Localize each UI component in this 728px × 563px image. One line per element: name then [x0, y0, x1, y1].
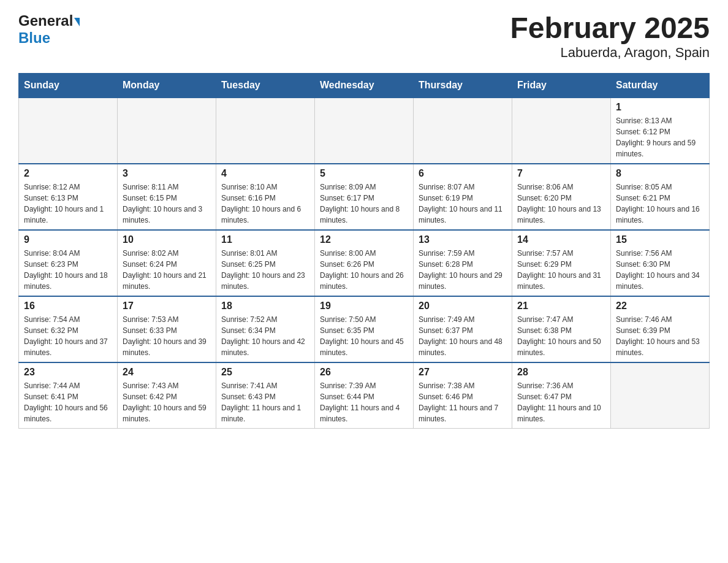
- title-block: February 2025 Labuerda, Aragon, Spain: [510, 12, 710, 61]
- day-number: 14: [517, 234, 605, 245]
- day-number: 24: [123, 367, 211, 378]
- calendar-day-cell: 21Sunrise: 7:47 AM Sunset: 6:38 PM Dayli…: [512, 296, 611, 362]
- calendar-header-row: SundayMondayTuesdayWednesdayThursdayFrid…: [19, 73, 710, 98]
- day-info: Sunrise: 8:11 AM Sunset: 6:15 PM Dayligh…: [123, 182, 211, 226]
- calendar-week-row: 9Sunrise: 8:04 AM Sunset: 6:23 PM Daylig…: [19, 230, 710, 296]
- calendar-day-cell: 6Sunrise: 8:07 AM Sunset: 6:19 PM Daylig…: [414, 164, 512, 230]
- day-info: Sunrise: 7:36 AM Sunset: 6:47 PM Dayligh…: [517, 380, 605, 424]
- day-info: Sunrise: 8:02 AM Sunset: 6:24 PM Dayligh…: [123, 248, 211, 292]
- day-of-week-header: Wednesday: [315, 73, 414, 98]
- calendar-day-cell: [118, 98, 216, 164]
- day-number: 18: [221, 301, 309, 312]
- calendar-day-cell: 27Sunrise: 7:38 AM Sunset: 6:46 PM Dayli…: [414, 362, 512, 429]
- logo: General Blue: [18, 12, 80, 46]
- day-of-week-header: Monday: [118, 73, 216, 98]
- day-number: 4: [221, 168, 309, 179]
- calendar-day-cell: 18Sunrise: 7:52 AM Sunset: 6:34 PM Dayli…: [216, 296, 315, 362]
- calendar-week-row: 1Sunrise: 8:13 AM Sunset: 6:12 PM Daylig…: [19, 98, 710, 164]
- calendar-day-cell: 3Sunrise: 8:11 AM Sunset: 6:15 PM Daylig…: [118, 164, 216, 230]
- page-header: General Blue February 2025 Labuerda, Ara…: [18, 12, 710, 61]
- day-number: 15: [616, 234, 704, 245]
- day-number: 1: [616, 102, 704, 113]
- calendar-day-cell: 23Sunrise: 7:44 AM Sunset: 6:41 PM Dayli…: [19, 362, 118, 429]
- day-info: Sunrise: 8:00 AM Sunset: 6:26 PM Dayligh…: [320, 248, 408, 292]
- calendar-day-cell: 17Sunrise: 7:53 AM Sunset: 6:33 PM Dayli…: [118, 296, 216, 362]
- calendar-day-cell: 1Sunrise: 8:13 AM Sunset: 6:12 PM Daylig…: [611, 98, 710, 164]
- day-info: Sunrise: 8:04 AM Sunset: 6:23 PM Dayligh…: [24, 248, 112, 292]
- day-info: Sunrise: 7:47 AM Sunset: 6:38 PM Dayligh…: [517, 314, 605, 358]
- calendar-day-cell: 19Sunrise: 7:50 AM Sunset: 6:35 PM Dayli…: [315, 296, 414, 362]
- day-number: 11: [221, 234, 309, 245]
- day-number: 16: [24, 301, 112, 312]
- day-number: 22: [616, 301, 704, 312]
- calendar-day-cell: 2Sunrise: 8:12 AM Sunset: 6:13 PM Daylig…: [19, 164, 118, 230]
- calendar-day-cell: 7Sunrise: 8:06 AM Sunset: 6:20 PM Daylig…: [512, 164, 611, 230]
- day-number: 2: [24, 168, 112, 179]
- calendar-day-cell: 15Sunrise: 7:56 AM Sunset: 6:30 PM Dayli…: [611, 230, 710, 296]
- day-number: 10: [123, 234, 211, 245]
- calendar-day-cell: 10Sunrise: 8:02 AM Sunset: 6:24 PM Dayli…: [118, 230, 216, 296]
- day-number: 28: [517, 367, 605, 378]
- calendar-day-cell: 24Sunrise: 7:43 AM Sunset: 6:42 PM Dayli…: [118, 362, 216, 429]
- day-number: 6: [419, 168, 507, 179]
- day-info: Sunrise: 8:01 AM Sunset: 6:25 PM Dayligh…: [221, 248, 309, 292]
- logo-general: General: [18, 12, 80, 29]
- calendar-day-cell: 28Sunrise: 7:36 AM Sunset: 6:47 PM Dayli…: [512, 362, 611, 429]
- day-info: Sunrise: 7:50 AM Sunset: 6:35 PM Dayligh…: [320, 314, 408, 358]
- logo-blue: Blue: [18, 29, 80, 47]
- day-info: Sunrise: 7:43 AM Sunset: 6:42 PM Dayligh…: [123, 380, 211, 424]
- day-number: 21: [517, 301, 605, 312]
- calendar-day-cell: 11Sunrise: 8:01 AM Sunset: 6:25 PM Dayli…: [216, 230, 315, 296]
- calendar-day-cell: 16Sunrise: 7:54 AM Sunset: 6:32 PM Dayli…: [19, 296, 118, 362]
- logo-arrow-icon: [74, 18, 80, 26]
- calendar-day-cell: 25Sunrise: 7:41 AM Sunset: 6:43 PM Dayli…: [216, 362, 315, 429]
- day-info: Sunrise: 8:06 AM Sunset: 6:20 PM Dayligh…: [517, 182, 605, 226]
- day-info: Sunrise: 7:39 AM Sunset: 6:44 PM Dayligh…: [320, 380, 408, 424]
- calendar-day-cell: 14Sunrise: 7:57 AM Sunset: 6:29 PM Dayli…: [512, 230, 611, 296]
- day-info: Sunrise: 7:53 AM Sunset: 6:33 PM Dayligh…: [123, 314, 211, 358]
- day-info: Sunrise: 7:52 AM Sunset: 6:34 PM Dayligh…: [221, 314, 309, 358]
- day-info: Sunrise: 8:05 AM Sunset: 6:21 PM Dayligh…: [616, 182, 704, 226]
- calendar-day-cell: 4Sunrise: 8:10 AM Sunset: 6:16 PM Daylig…: [216, 164, 315, 230]
- calendar-day-cell: 26Sunrise: 7:39 AM Sunset: 6:44 PM Dayli…: [315, 362, 414, 429]
- day-info: Sunrise: 8:07 AM Sunset: 6:19 PM Dayligh…: [419, 182, 507, 226]
- calendar-day-cell: [216, 98, 315, 164]
- calendar-week-row: 16Sunrise: 7:54 AM Sunset: 6:32 PM Dayli…: [19, 296, 710, 362]
- calendar-day-cell: [414, 98, 512, 164]
- day-info: Sunrise: 8:09 AM Sunset: 6:17 PM Dayligh…: [320, 182, 408, 226]
- day-info: Sunrise: 7:44 AM Sunset: 6:41 PM Dayligh…: [24, 380, 112, 424]
- day-number: 25: [221, 367, 309, 378]
- calendar-day-cell: 12Sunrise: 8:00 AM Sunset: 6:26 PM Dayli…: [315, 230, 414, 296]
- calendar-day-cell: [611, 362, 710, 429]
- day-info: Sunrise: 8:13 AM Sunset: 6:12 PM Dayligh…: [616, 115, 704, 159]
- day-number: 26: [320, 367, 408, 378]
- day-number: 7: [517, 168, 605, 179]
- day-number: 17: [123, 301, 211, 312]
- day-info: Sunrise: 7:49 AM Sunset: 6:37 PM Dayligh…: [419, 314, 507, 358]
- calendar-day-cell: [19, 98, 118, 164]
- calendar-subtitle: Labuerda, Aragon, Spain: [510, 45, 710, 61]
- calendar-day-cell: 5Sunrise: 8:09 AM Sunset: 6:17 PM Daylig…: [315, 164, 414, 230]
- day-info: Sunrise: 7:38 AM Sunset: 6:46 PM Dayligh…: [419, 380, 507, 424]
- day-number: 12: [320, 234, 408, 245]
- calendar-day-cell: 8Sunrise: 8:05 AM Sunset: 6:21 PM Daylig…: [611, 164, 710, 230]
- day-of-week-header: Tuesday: [216, 73, 315, 98]
- day-info: Sunrise: 8:12 AM Sunset: 6:13 PM Dayligh…: [24, 182, 112, 226]
- day-of-week-header: Saturday: [611, 73, 710, 98]
- day-info: Sunrise: 7:46 AM Sunset: 6:39 PM Dayligh…: [616, 314, 704, 358]
- day-info: Sunrise: 8:10 AM Sunset: 6:16 PM Dayligh…: [221, 182, 309, 226]
- calendar-day-cell: 20Sunrise: 7:49 AM Sunset: 6:37 PM Dayli…: [414, 296, 512, 362]
- day-number: 27: [419, 367, 507, 378]
- calendar-week-row: 23Sunrise: 7:44 AM Sunset: 6:41 PM Dayli…: [19, 362, 710, 429]
- calendar-day-cell: 9Sunrise: 8:04 AM Sunset: 6:23 PM Daylig…: [19, 230, 118, 296]
- day-of-week-header: Thursday: [414, 73, 512, 98]
- calendar-day-cell: [512, 98, 611, 164]
- day-info: Sunrise: 7:56 AM Sunset: 6:30 PM Dayligh…: [616, 248, 704, 292]
- calendar-week-row: 2Sunrise: 8:12 AM Sunset: 6:13 PM Daylig…: [19, 164, 710, 230]
- day-number: 13: [419, 234, 507, 245]
- day-number: 9: [24, 234, 112, 245]
- day-number: 23: [24, 367, 112, 378]
- day-number: 5: [320, 168, 408, 179]
- day-number: 20: [419, 301, 507, 312]
- day-number: 3: [123, 168, 211, 179]
